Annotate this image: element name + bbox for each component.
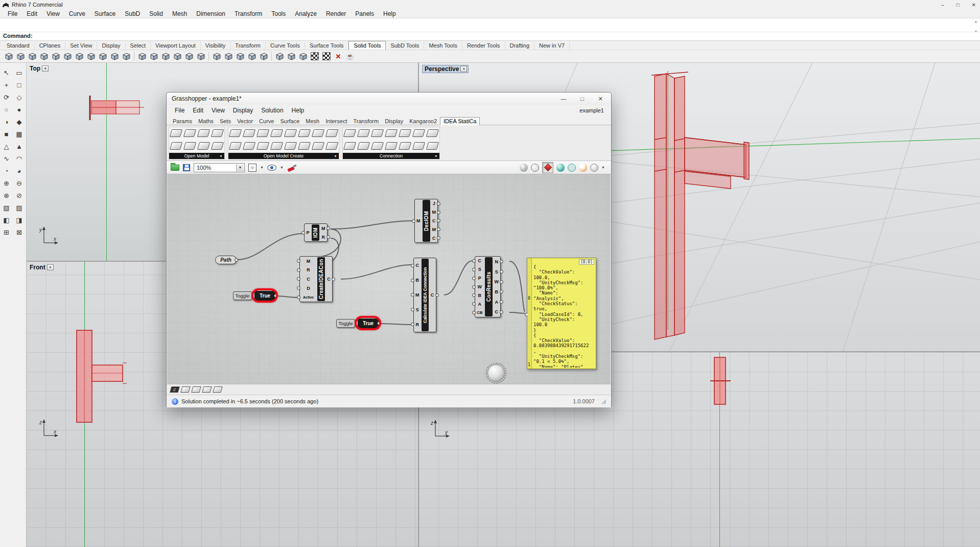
sidebar-tool-icon[interactable]: △ xyxy=(1,141,12,152)
toolbar-tab-set-view[interactable]: Set View xyxy=(65,41,97,50)
toolbar-tab-new-in-v7[interactable]: New in V7 xyxy=(534,41,570,50)
results-panel[interactable]: {0;0} 0 1 { "CheckValue": 100.0, "UnityC… xyxy=(527,258,596,369)
boolean-toggle[interactable]: Toggle xyxy=(336,319,355,328)
component-icon[interactable] xyxy=(385,129,398,137)
sidebar-tool-icon[interactable]: □ xyxy=(13,79,25,91)
active-document-label[interactable]: example1 xyxy=(579,107,607,113)
cap-holes-icon[interactable] xyxy=(211,51,222,62)
menu-solid[interactable]: Solid xyxy=(145,10,168,17)
tube-icon[interactable] xyxy=(97,51,108,62)
viewport-label-perspective[interactable]: Perspective ▼ xyxy=(422,65,469,73)
port-c[interactable]: C xyxy=(494,307,500,317)
sidebar-tool-icon[interactable]: + xyxy=(1,79,12,91)
preview-eye-icon[interactable] xyxy=(267,165,276,171)
port-r[interactable]: R xyxy=(414,317,421,332)
menu-edit[interactable]: Edit xyxy=(22,10,42,17)
fillet-edge-icon[interactable] xyxy=(235,51,246,62)
gh-tab-intersect[interactable]: Intersect xyxy=(322,118,350,125)
sidebar-tool-icon[interactable]: ◆ xyxy=(13,116,25,128)
component-icon[interactable] xyxy=(170,129,182,137)
close-button[interactable]: ✕ xyxy=(972,2,976,8)
grasshopper-titlebar[interactable]: Grasshopper - example1* — □ ✕ xyxy=(167,93,611,105)
extrude-curve-icon[interactable] xyxy=(136,51,148,62)
port-m[interactable]: M xyxy=(415,199,422,242)
port-b[interactable]: B xyxy=(494,287,500,297)
component-icon[interactable] xyxy=(243,129,255,137)
ribbon-group-expand-icon[interactable]: ▼ xyxy=(334,154,337,158)
sidebar-tool-icon[interactable]: ⊘ xyxy=(13,190,25,201)
toolbar-tab-select[interactable]: Select xyxy=(126,41,151,50)
sidebar-tool-icon[interactable]: ■ xyxy=(1,128,12,140)
component-icon[interactable] xyxy=(426,129,439,137)
menu-surface[interactable]: Surface xyxy=(90,10,120,17)
sidebar-tool-icon[interactable]: ▭ xyxy=(13,67,25,79)
close-button[interactable]: ✕ xyxy=(598,96,603,102)
port-m[interactable]: M xyxy=(300,257,316,266)
toolbar-tab-drafting[interactable]: Drafting xyxy=(505,41,535,50)
port-n[interactable]: N xyxy=(494,257,500,267)
menu-view[interactable]: View xyxy=(42,10,64,17)
minimize-button[interactable]: — xyxy=(561,96,566,102)
sidebar-tool-icon[interactable]: ◇ xyxy=(13,92,25,103)
component-icon[interactable] xyxy=(284,129,297,137)
paraboloid-icon[interactable] xyxy=(50,51,61,62)
ribbon-group-label[interactable]: Open Model Create▼ xyxy=(228,153,339,159)
viewport-menu-arrow-icon[interactable]: ▼ xyxy=(460,66,467,72)
sidebar-tool-icon[interactable]: ○ xyxy=(1,104,12,116)
sidebar-tool-icon[interactable]: ◔ xyxy=(1,165,12,177)
port-w[interactable]: W xyxy=(494,277,500,287)
boolean-difference-icon[interactable] xyxy=(172,51,183,62)
gh-tab-kangaroo2[interactable]: Kangaroo2 xyxy=(406,118,440,125)
sidebar-tool-icon[interactable]: ▧ xyxy=(1,202,12,214)
paint-tool-icon[interactable] xyxy=(287,164,296,172)
component-icon[interactable] xyxy=(256,129,269,137)
pipe-icon[interactable] xyxy=(109,51,120,62)
component-icon[interactable] xyxy=(270,142,283,150)
ribbon-group-label[interactable]: Connection▼ xyxy=(343,153,439,159)
maximize-button[interactable]: □ xyxy=(580,96,584,102)
sidebar-tool-icon[interactable]: ◕ xyxy=(13,165,25,177)
component-icon[interactable] xyxy=(183,129,196,137)
dropdown-arrow-icon[interactable]: ▼ xyxy=(280,166,284,169)
blend-edge-icon[interactable] xyxy=(246,51,258,62)
component-icon[interactable] xyxy=(284,142,297,150)
component-icon[interactable] xyxy=(312,142,324,150)
menu-panels[interactable]: Panels xyxy=(351,10,379,17)
component-icon[interactable] xyxy=(183,142,196,150)
menu-curve[interactable]: Curve xyxy=(64,10,90,17)
box-diagonal-icon[interactable] xyxy=(15,51,26,62)
gh-menu-edit[interactable]: Edit xyxy=(189,107,207,114)
component-conresults[interactable]: CSPWBACB ConResults NSWBAC xyxy=(475,256,501,317)
gh-tab-surface[interactable]: Surface xyxy=(277,118,302,125)
selected-display-mode[interactable] xyxy=(542,162,553,173)
grasshopper-canvas[interactable]: Path P IOM MR M DecIOM JMCMC MRCDActive … xyxy=(167,174,611,384)
port-b[interactable]: B xyxy=(414,273,421,288)
sphere-icon[interactable] xyxy=(27,51,38,62)
sidebar-tool-icon[interactable]: ⊕ xyxy=(1,177,12,189)
boolean-union-icon[interactable] xyxy=(160,51,171,62)
ribbon-group-expand-icon[interactable]: ▼ xyxy=(219,154,223,158)
shell-icon[interactable] xyxy=(223,51,234,62)
component-icon[interactable] xyxy=(343,129,356,137)
sidebar-tool-icon[interactable]: ⊗ xyxy=(1,190,12,201)
toolbar-tab-render-tools[interactable]: Render Tools xyxy=(462,41,505,50)
preview-custom-icon[interactable] xyxy=(556,164,565,172)
component-icon[interactable] xyxy=(211,142,224,150)
port-cb[interactable]: CB xyxy=(476,308,484,317)
sketch-tool-icon[interactable]: C xyxy=(170,386,179,393)
component-icon[interactable] xyxy=(211,129,224,137)
component-icon[interactable] xyxy=(371,129,384,137)
truncated-cone-icon[interactable] xyxy=(74,51,85,62)
port-c[interactable]: C xyxy=(414,258,421,273)
menu-subd[interactable]: SubD xyxy=(120,10,145,17)
component-calculate-idea-connection[interactable]: CBMSR Calculate IDEA Connection C xyxy=(413,258,436,332)
viewport-menu-arrow-icon[interactable]: ▼ xyxy=(42,65,49,72)
component-icon[interactable] xyxy=(412,142,425,150)
toolbar-tab-curve-tools[interactable]: Curve Tools xyxy=(266,41,305,50)
port-r[interactable]: R xyxy=(300,266,316,275)
component-icon[interactable] xyxy=(270,129,283,137)
port-a[interactable]: A xyxy=(494,297,500,307)
component-iom[interactable]: P IOM MR xyxy=(304,223,328,242)
boolean-toggle[interactable]: Toggle xyxy=(233,291,252,300)
zoom-dropdown-icon[interactable]: ▼ xyxy=(236,164,244,171)
